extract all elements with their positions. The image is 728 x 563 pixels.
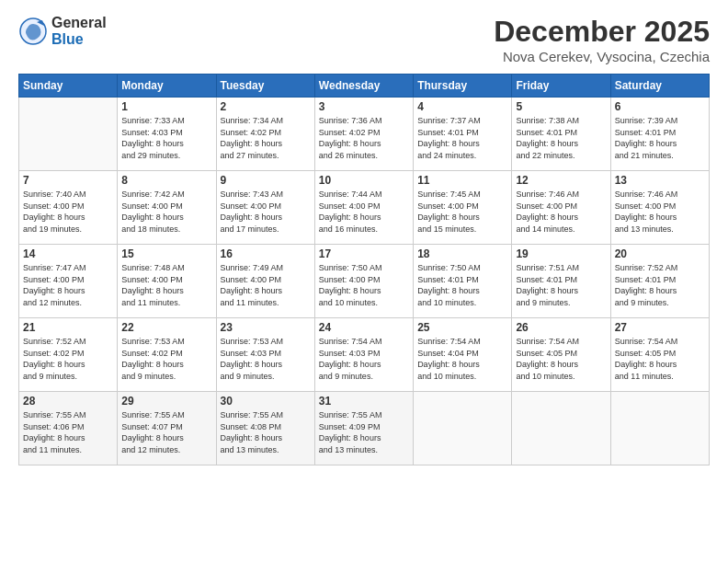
calendar-week-3: 14Sunrise: 7:47 AM Sunset: 4:00 PM Dayli… <box>19 245 710 318</box>
cell-info: Sunrise: 7:46 AM Sunset: 4:00 PM Dayligh… <box>516 189 606 235</box>
calendar-cell: 25Sunrise: 7:54 AM Sunset: 4:04 PM Dayli… <box>414 318 512 392</box>
calendar-cell: 7Sunrise: 7:40 AM Sunset: 4:00 PM Daylig… <box>19 171 118 245</box>
cell-info: Sunrise: 7:53 AM Sunset: 4:03 PM Dayligh… <box>221 336 311 382</box>
calendar-cell: 9Sunrise: 7:43 AM Sunset: 4:00 PM Daylig… <box>216 171 314 245</box>
calendar-week-2: 7Sunrise: 7:40 AM Sunset: 4:00 PM Daylig… <box>19 171 710 245</box>
calendar-cell: 21Sunrise: 7:52 AM Sunset: 4:02 PM Dayli… <box>19 318 118 392</box>
cell-info: Sunrise: 7:33 AM Sunset: 4:03 PM Dayligh… <box>121 115 211 161</box>
cell-info: Sunrise: 7:39 AM Sunset: 4:01 PM Dayligh… <box>615 115 705 161</box>
header: General Blue December 2025 Nova Cerekev,… <box>18 15 710 64</box>
calendar-cell: 20Sunrise: 7:52 AM Sunset: 4:01 PM Dayli… <box>610 245 709 318</box>
calendar-cell: 31Sunrise: 7:55 AM Sunset: 4:09 PM Dayli… <box>314 392 413 465</box>
header-row: Sunday Monday Tuesday Wednesday Thursday… <box>19 75 710 98</box>
cell-info: Sunrise: 7:36 AM Sunset: 4:02 PM Dayligh… <box>319 115 409 161</box>
calendar-page: General Blue December 2025 Nova Cerekev,… <box>0 0 728 563</box>
calendar-cell: 6Sunrise: 7:39 AM Sunset: 4:01 PM Daylig… <box>610 98 709 171</box>
calendar-cell: 17Sunrise: 7:50 AM Sunset: 4:00 PM Dayli… <box>314 245 413 318</box>
calendar-cell: 23Sunrise: 7:53 AM Sunset: 4:03 PM Dayli… <box>216 318 314 392</box>
calendar-cell: 13Sunrise: 7:46 AM Sunset: 4:00 PM Dayli… <box>610 171 709 245</box>
cell-info: Sunrise: 7:48 AM Sunset: 4:00 PM Dayligh… <box>121 262 211 308</box>
day-number: 2 <box>221 100 311 113</box>
cell-info: Sunrise: 7:49 AM Sunset: 4:00 PM Dayligh… <box>221 262 311 308</box>
day-number: 18 <box>417 247 507 260</box>
day-number: 5 <box>516 100 606 113</box>
calendar-cell: 8Sunrise: 7:42 AM Sunset: 4:00 PM Daylig… <box>118 171 216 245</box>
calendar-cell <box>610 392 709 465</box>
col-friday: Friday <box>512 75 610 98</box>
day-number: 14 <box>23 247 113 260</box>
cell-info: Sunrise: 7:40 AM Sunset: 4:00 PM Dayligh… <box>23 189 113 235</box>
calendar-cell: 11Sunrise: 7:45 AM Sunset: 4:00 PM Dayli… <box>414 171 512 245</box>
calendar-cell: 10Sunrise: 7:44 AM Sunset: 4:00 PM Dayli… <box>314 171 413 245</box>
day-number: 21 <box>23 321 113 334</box>
cell-info: Sunrise: 7:47 AM Sunset: 4:00 PM Dayligh… <box>23 262 113 308</box>
day-number: 11 <box>417 174 507 187</box>
day-number: 1 <box>121 100 211 113</box>
location: Nova Cerekev, Vysocina, Czechia <box>494 49 710 64</box>
logo-text: General Blue <box>51 15 107 47</box>
cell-info: Sunrise: 7:45 AM Sunset: 4:00 PM Dayligh… <box>417 189 507 235</box>
calendar-cell: 30Sunrise: 7:55 AM Sunset: 4:08 PM Dayli… <box>216 392 314 465</box>
col-monday: Monday <box>118 75 216 98</box>
day-number: 3 <box>319 100 409 113</box>
calendar-cell: 18Sunrise: 7:50 AM Sunset: 4:01 PM Dayli… <box>414 245 512 318</box>
calendar-cell <box>414 392 512 465</box>
cell-info: Sunrise: 7:38 AM Sunset: 4:01 PM Dayligh… <box>516 115 606 161</box>
col-tuesday: Tuesday <box>216 75 314 98</box>
cell-info: Sunrise: 7:54 AM Sunset: 4:05 PM Dayligh… <box>516 336 606 382</box>
calendar-cell: 26Sunrise: 7:54 AM Sunset: 4:05 PM Dayli… <box>512 318 610 392</box>
logo-general-text: General <box>51 15 107 31</box>
calendar-cell: 4Sunrise: 7:37 AM Sunset: 4:01 PM Daylig… <box>414 98 512 171</box>
day-number: 26 <box>516 321 606 334</box>
calendar-cell: 15Sunrise: 7:48 AM Sunset: 4:00 PM Dayli… <box>118 245 216 318</box>
day-number: 28 <box>23 395 113 408</box>
col-thursday: Thursday <box>414 75 512 98</box>
cell-info: Sunrise: 7:44 AM Sunset: 4:00 PM Dayligh… <box>319 189 409 235</box>
day-number: 7 <box>23 174 113 187</box>
cell-info: Sunrise: 7:43 AM Sunset: 4:00 PM Dayligh… <box>221 189 311 235</box>
cell-info: Sunrise: 7:54 AM Sunset: 4:04 PM Dayligh… <box>417 336 507 382</box>
cell-info: Sunrise: 7:55 AM Sunset: 4:07 PM Dayligh… <box>121 409 211 455</box>
day-number: 12 <box>516 174 606 187</box>
calendar-cell: 3Sunrise: 7:36 AM Sunset: 4:02 PM Daylig… <box>314 98 413 171</box>
cell-info: Sunrise: 7:54 AM Sunset: 4:03 PM Dayligh… <box>319 336 409 382</box>
day-number: 27 <box>615 321 705 334</box>
calendar-cell: 1Sunrise: 7:33 AM Sunset: 4:03 PM Daylig… <box>118 98 216 171</box>
col-sunday: Sunday <box>19 75 118 98</box>
logo-blue-text: Blue <box>51 31 107 48</box>
day-number: 6 <box>615 100 705 113</box>
calendar-cell: 27Sunrise: 7:54 AM Sunset: 4:05 PM Dayli… <box>610 318 709 392</box>
cell-info: Sunrise: 7:34 AM Sunset: 4:02 PM Dayligh… <box>221 115 311 161</box>
day-number: 29 <box>121 395 211 408</box>
col-wednesday: Wednesday <box>314 75 413 98</box>
calendar-body: 1Sunrise: 7:33 AM Sunset: 4:03 PM Daylig… <box>19 98 710 465</box>
calendar-cell: 22Sunrise: 7:53 AM Sunset: 4:02 PM Dayli… <box>118 318 216 392</box>
logo: General Blue <box>18 15 107 47</box>
cell-info: Sunrise: 7:37 AM Sunset: 4:01 PM Dayligh… <box>417 115 507 161</box>
day-number: 13 <box>615 174 705 187</box>
day-number: 30 <box>221 395 311 408</box>
month-title: December 2025 <box>494 15 710 49</box>
day-number: 10 <box>319 174 409 187</box>
calendar-table: Sunday Monday Tuesday Wednesday Thursday… <box>18 74 710 465</box>
day-number: 9 <box>221 174 311 187</box>
day-number: 24 <box>319 321 409 334</box>
cell-info: Sunrise: 7:54 AM Sunset: 4:05 PM Dayligh… <box>615 336 705 382</box>
cell-info: Sunrise: 7:46 AM Sunset: 4:00 PM Dayligh… <box>615 189 705 235</box>
day-number: 17 <box>319 247 409 260</box>
calendar-cell <box>19 98 118 171</box>
logo-icon <box>18 17 48 46</box>
calendar-cell: 14Sunrise: 7:47 AM Sunset: 4:00 PM Dayli… <box>19 245 118 318</box>
day-number: 4 <box>417 100 507 113</box>
cell-info: Sunrise: 7:42 AM Sunset: 4:00 PM Dayligh… <box>121 189 211 235</box>
cell-info: Sunrise: 7:52 AM Sunset: 4:01 PM Dayligh… <box>615 262 705 308</box>
day-number: 23 <box>221 321 311 334</box>
calendar-cell: 19Sunrise: 7:51 AM Sunset: 4:01 PM Dayli… <box>512 245 610 318</box>
day-number: 22 <box>121 321 211 334</box>
cell-info: Sunrise: 7:55 AM Sunset: 4:08 PM Dayligh… <box>221 409 311 455</box>
cell-info: Sunrise: 7:52 AM Sunset: 4:02 PM Dayligh… <box>23 336 113 382</box>
day-number: 25 <box>417 321 507 334</box>
calendar-cell: 2Sunrise: 7:34 AM Sunset: 4:02 PM Daylig… <box>216 98 314 171</box>
calendar-cell: 29Sunrise: 7:55 AM Sunset: 4:07 PM Dayli… <box>118 392 216 465</box>
day-number: 8 <box>121 174 211 187</box>
